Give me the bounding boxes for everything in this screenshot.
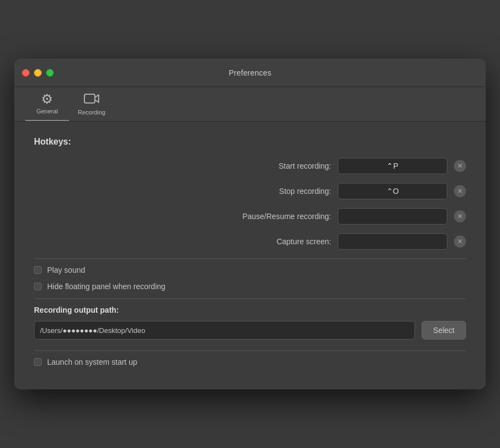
bottom-section: Launch on system start up [34, 351, 466, 366]
stop-recording-clear[interactable]: ✕ [454, 185, 466, 197]
divider-2 [34, 298, 466, 299]
hotkey-row-start: Start recording: ✕ [34, 158, 466, 174]
launch-startup-label: Launch on system start up [47, 358, 137, 366]
output-path-input[interactable] [34, 321, 415, 340]
titlebar: Preferences [14, 59, 486, 87]
launch-startup-row: Launch on system start up [34, 358, 466, 366]
output-path-section: Recording output path: Select [34, 306, 466, 340]
general-tab-label: General [36, 108, 58, 114]
hide-panel-label: Hide floating panel when recording [47, 282, 166, 291]
capture-screen-clear[interactable]: ✕ [454, 236, 466, 248]
svg-rect-0 [84, 94, 95, 103]
pause-recording-label: Pause/Resume recording: [205, 212, 331, 221]
start-recording-clear[interactable]: ✕ [454, 160, 466, 172]
stop-recording-label: Stop recording: [205, 187, 331, 196]
play-sound-checkbox[interactable] [34, 266, 42, 274]
divider-3 [34, 351, 466, 351]
stop-recording-input[interactable] [338, 183, 447, 199]
close-button[interactable] [22, 69, 30, 77]
hotkey-row-pause: Pause/Resume recording: ✕ [34, 208, 466, 225]
hotkey-row-stop: Stop recording: ✕ [34, 183, 466, 199]
recording-tab-label: Recording [78, 109, 105, 116]
hotkeys-title: Hotkeys: [34, 137, 466, 147]
start-recording-input[interactable] [338, 158, 447, 174]
play-sound-row: Play sound [34, 266, 466, 274]
checkboxes-section: Play sound Hide floating panel when reco… [34, 266, 466, 291]
preferences-window: Preferences ⚙ General Recording Hotkeys:… [14, 59, 486, 389]
select-button[interactable]: Select [422, 321, 466, 340]
tab-recording[interactable]: Recording [69, 87, 114, 121]
capture-screen-label: Capture screen: [205, 237, 331, 246]
pause-recording-clear[interactable]: ✕ [454, 210, 466, 222]
start-recording-label: Start recording: [205, 162, 331, 170]
hide-panel-row: Hide floating panel when recording [34, 282, 466, 291]
toolbar: ⚙ General Recording [14, 87, 486, 122]
maximize-button[interactable] [46, 69, 54, 77]
path-row: Select [34, 321, 466, 340]
hotkey-row-capture: Capture screen: ✕ [34, 233, 466, 250]
traffic-lights [22, 69, 54, 77]
output-path-label: Recording output path: [34, 306, 466, 314]
minimize-button[interactable] [34, 69, 42, 77]
hotkeys-section: Hotkeys: Start recording: ✕ Stop recordi… [34, 137, 466, 250]
play-sound-label: Play sound [47, 266, 85, 274]
tab-general[interactable]: ⚙ General [25, 87, 69, 121]
recording-icon [84, 93, 99, 107]
window-title: Preferences [229, 68, 271, 77]
capture-screen-input[interactable] [338, 233, 447, 250]
content-area: Hotkeys: Start recording: ✕ Stop recordi… [14, 122, 486, 389]
hide-panel-checkbox[interactable] [34, 283, 42, 290]
general-icon: ⚙ [41, 93, 53, 106]
divider-1 [34, 259, 466, 259]
launch-startup-checkbox[interactable] [34, 358, 42, 366]
pause-recording-input[interactable] [338, 208, 447, 225]
